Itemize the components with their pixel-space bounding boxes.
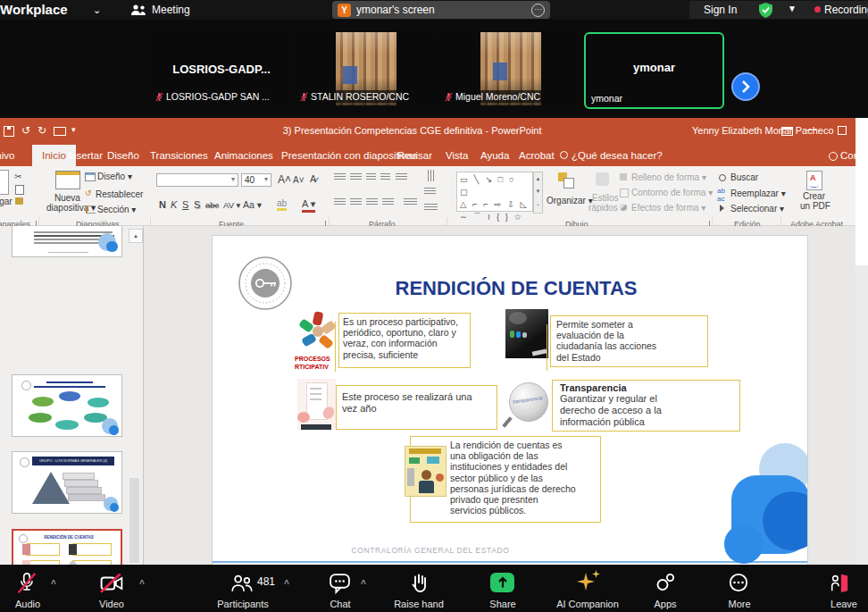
tab-acrobat[interactable]: Acrobat: [519, 145, 555, 166]
reactions-icon[interactable]: ⋯: [531, 4, 545, 17]
thumbnail-scrollbar[interactable]: ▲: [127, 226, 143, 565]
justify-icon[interactable]: [382, 198, 394, 206]
video-tile[interactable]: STALIN ROSERO/CNC: [295, 32, 438, 105]
shapes-scroll-arrows[interactable]: ▲▼⌄: [533, 172, 543, 214]
bullets-icon[interactable]: [334, 173, 346, 181]
slide-thumbnail-1[interactable]: [12, 226, 122, 257]
ribbon-options-icon[interactable]: [781, 127, 793, 136]
right-scrollbar-track[interactable]: [855, 265, 868, 565]
align-left-icon[interactable]: [334, 198, 346, 206]
slide-thumbnail-3[interactable]: GRUPO : LOS NORMAS GENERALES (4): [12, 451, 122, 514]
video-button[interactable]: [100, 574, 123, 597]
tab-ayuda[interactable]: Ayuda: [480, 145, 509, 166]
chat-options-chevron[interactable]: ^: [361, 579, 366, 589]
align-right-icon[interactable]: [366, 198, 378, 206]
outdent-icon[interactable]: [366, 173, 376, 181]
active-speaker-tile[interactable]: ymonar ymonar: [584, 32, 724, 109]
more-button[interactable]: [729, 573, 748, 596]
tab-transiciones[interactable]: Transiciones: [150, 145, 208, 166]
cut-icon[interactable]: ✂: [14, 172, 21, 181]
columns-icon[interactable]: [404, 198, 417, 206]
meeting-tab[interactable]: Meeting: [152, 0, 190, 20]
slide-thumbnail-4-selected[interactable]: RENDICIÓN DE CUENTAS: [12, 529, 122, 565]
chat-button[interactable]: [329, 573, 351, 598]
scrollbar-thumb[interactable]: [129, 478, 139, 563]
qat-customize-icon[interactable]: ▾: [71, 125, 76, 134]
share-button[interactable]: Compartir: [840, 145, 855, 166]
shapes-gallery[interactable]: ▭ ╲ ↘ □ ○ ▢ △ ⌐ ⌐ ⇨ ⇩ ◺ ∼ ⌒ ≀ { } ☆: [456, 172, 533, 212]
format-painter-icon[interactable]: [15, 197, 23, 205]
slide-textbox-evaluacion[interactable]: Permite someter a evaluación de la ciuda…: [550, 315, 708, 367]
participants-options-chevron[interactable]: ^: [284, 579, 289, 589]
workspace-label[interactable]: Workplace: [0, 0, 68, 20]
slide-textbox-transparencia[interactable]: Transparencia Garantizar y regular el de…: [552, 380, 740, 432]
paste-icon[interactable]: [0, 170, 9, 195]
indent-icon[interactable]: [380, 173, 390, 181]
shapes-row1[interactable]: ▭ ╲ ↘ □ ○ ▢: [460, 173, 530, 198]
save-icon[interactable]: [4, 126, 14, 137]
recording-label[interactable]: Recording: [824, 0, 868, 20]
tab-revisar[interactable]: Revisar: [397, 145, 432, 166]
create-pdf-button[interactable]: Crear: [803, 191, 825, 201]
raise-hand-button[interactable]: [409, 572, 429, 598]
next-participants-button[interactable]: [731, 72, 760, 101]
tab-diseno[interactable]: Diseño: [107, 145, 139, 166]
find-button[interactable]: Buscar: [730, 172, 758, 182]
new-slide-button[interactable]: Nueva: [54, 193, 80, 203]
redo-icon[interactable]: ↻: [38, 124, 46, 137]
screen-share-pill[interactable]: Y ymonar's screen ⋯: [332, 1, 550, 19]
slide-thumbnail-2[interactable]: [12, 374, 122, 437]
sign-in-button[interactable]: Sign In: [704, 0, 737, 20]
font-name-combo[interactable]: ▾: [156, 173, 238, 187]
align-text-icon[interactable]: [424, 188, 436, 196]
align-center-icon[interactable]: [350, 198, 362, 206]
select-button[interactable]: Seleccionar ▾: [730, 204, 784, 214]
right-scrollbar[interactable]: [855, 118, 868, 265]
tab-animaciones[interactable]: Animaciones: [214, 145, 273, 166]
undo-icon[interactable]: ↺: [21, 124, 30, 137]
chevron-down-icon[interactable]: ⌄: [93, 0, 101, 20]
font-size-combo[interactable]: 40▾: [241, 173, 271, 187]
slide-textbox-proceso[interactable]: Es un proceso participativo, periódico, …: [338, 313, 471, 368]
share-button[interactable]: [490, 573, 514, 592]
font-color-button[interactable]: A ▾: [302, 198, 315, 213]
reset-button[interactable]: Restablecer: [96, 189, 143, 199]
slideshow-icon[interactable]: [54, 127, 66, 136]
video-options-chevron[interactable]: ^: [139, 579, 145, 589]
slide-title[interactable]: RENDICIÓN DE CUENTAS: [364, 277, 668, 300]
shield-check-icon[interactable]: [759, 3, 772, 18]
layout-button[interactable]: Diseño ▾: [97, 172, 132, 181]
audio-button[interactable]: [16, 572, 38, 599]
shapes-row2[interactable]: △ ⌐ ⌐ ⇨ ⇩ ◺: [460, 198, 530, 211]
arrange-button[interactable]: Organizar ▾: [547, 196, 593, 205]
numbering-icon[interactable]: [350, 173, 362, 181]
slide-canvas[interactable]: RENDICIÓN DE CUENTAS PROCESOSRTICIPATIV …: [212, 235, 808, 565]
video-tile[interactable]: LOSRIOS-GADP... LOSRIOS-GADP SAN ...: [150, 32, 293, 105]
tell-me-box[interactable]: ¿Qué desea hacer?: [572, 145, 663, 166]
text-shadow-button[interactable]: S: [194, 199, 200, 210]
quick-styles-button[interactable]: Estilos: [592, 193, 618, 203]
create-pdf-line2[interactable]: un PDF: [800, 201, 830, 211]
ai-companion-icon[interactable]: [577, 573, 595, 591]
highlight-color-button[interactable]: ab: [277, 198, 287, 211]
italic-button[interactable]: K: [171, 199, 177, 210]
smartart-convert-icon[interactable]: [424, 204, 438, 212]
line-spacing-icon[interactable]: [396, 173, 407, 181]
copy-icon[interactable]: [15, 185, 24, 195]
tab-insertar[interactable]: Insertar: [68, 145, 103, 166]
slide-textbox-proceso-anual[interactable]: Este proceso se realizará una vez año: [336, 385, 497, 430]
strikethrough-button[interactable]: abc: [205, 200, 219, 210]
shape-effects-button[interactable]: Efectos de forma ▾: [631, 203, 705, 213]
change-case-button[interactable]: Aa ▾: [243, 199, 262, 210]
minimize-button[interactable]: —: [806, 123, 816, 134]
restore-button[interactable]: [838, 126, 847, 135]
dropdown-arrow-icon[interactable]: ▼: [788, 4, 797, 13]
video-tile[interactable]: Miguel Moreno/CNC: [439, 32, 582, 105]
replace-button[interactable]: Reemplazar ▾: [730, 189, 786, 198]
underline-button[interactable]: S: [182, 199, 188, 210]
scroll-up-button[interactable]: ▲: [129, 229, 143, 243]
shape-fill-button[interactable]: Relleno de forma ▾: [631, 172, 706, 182]
tab-archivo[interactable]: Archivo: [0, 145, 14, 166]
audio-options-chevron[interactable]: ^: [51, 579, 56, 589]
char-spacing-button[interactable]: AV ▾: [223, 200, 240, 210]
